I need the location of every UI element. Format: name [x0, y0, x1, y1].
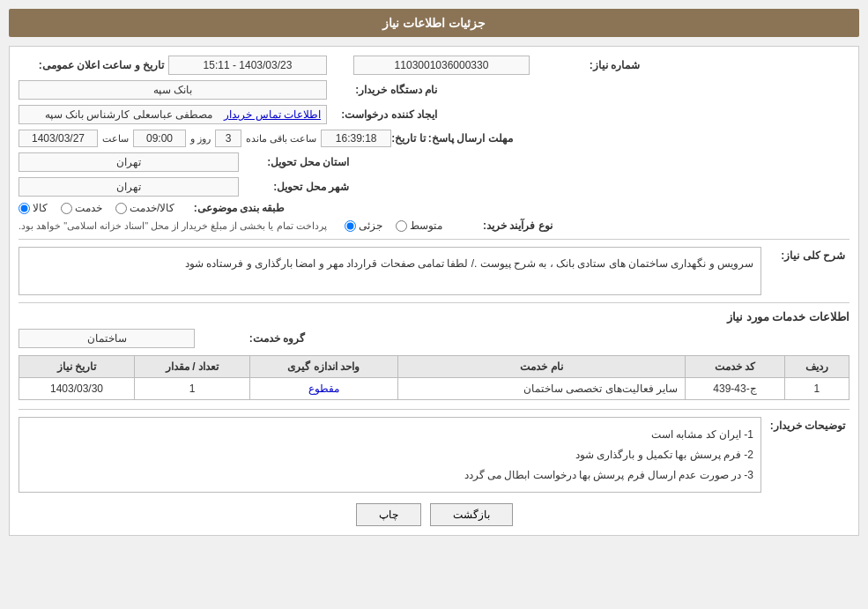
city-row: شهر محل تحویل: تهران: [19, 177, 849, 197]
col-unit: واحد اندازه گیری: [249, 356, 397, 378]
service-group-label: گروه خدمت:: [195, 332, 309, 345]
category-options: کالا/خدمت خدمت کالا: [19, 202, 174, 214]
category-row: طبقه بندی موضوعی: کالا/خدمت خدمت کالا: [19, 202, 849, 214]
need-number-label: شماره نیاز:: [530, 59, 644, 71]
buyer-org-label: نام دستگاه خریدار:: [327, 84, 441, 96]
creator-link[interactable]: اطلاعات تماس خریدار: [224, 108, 321, 121]
page-header: جزئیات اطلاعات نیاز: [9, 9, 859, 37]
creator-value: اطلاعات تماس خریدار مصطفی عباسعلی کارشنا…: [19, 105, 327, 124]
service-group-value: ساختمان: [19, 329, 195, 348]
need-number-row: شماره نیاز: 1103001036000330 1403/03/23 …: [19, 56, 849, 75]
description-value: سرویس و نگهداری ساختمان های ستادی بانک ،…: [19, 247, 761, 295]
purchase-type-label: نوع فرآیند خرید:: [442, 219, 557, 232]
category-label: طبقه بندی موضوعی:: [174, 202, 289, 214]
province-label: استان محل تحویل:: [239, 156, 353, 168]
buyer-org-value: بانک سپه: [19, 80, 327, 100]
print-button[interactable]: چاپ: [356, 503, 421, 526]
buyer-notes-section: توضیحات خریدار: 1- ایران کد مشابه است2- …: [19, 417, 849, 493]
col-code: کد خدمت: [686, 356, 785, 378]
buyer-notes-content: 1- ایران کد مشابه است2- فرم پرسش بها تکم…: [19, 417, 761, 493]
remaining-time-value: 16:39:18: [321, 130, 391, 147]
col-row: ردیف: [784, 356, 849, 378]
buyer-note-item: 3- در صورت عدم ارسال فرم پرسش بها درخواس…: [26, 465, 753, 486]
buttons-row: بازگشت چاپ: [19, 503, 849, 526]
description-label: شرح کلی نیاز:: [761, 247, 849, 262]
province-value: تهران: [19, 152, 239, 172]
services-title: اطلاعات خدمات مورد نیاز: [19, 310, 849, 323]
creator-label: ایجاد کننده درخواست:: [327, 108, 441, 121]
col-name: نام خدمت: [397, 356, 685, 378]
province-row: استان محل تحویل: تهران: [19, 152, 849, 172]
back-button[interactable]: بازگشت: [430, 503, 513, 526]
need-number-value: 1103001036000330: [353, 56, 530, 75]
page-title: جزئیات اطلاعات نیاز: [382, 16, 486, 30]
col-quantity: تعداد / مقدار: [135, 356, 250, 378]
col-date: تاریخ نیاز: [19, 356, 135, 378]
cell-row: 1: [784, 378, 849, 400]
cell-unit: مقطوع: [249, 378, 397, 400]
buyer-org-row: نام دستگاه خریدار: بانک سپه: [19, 80, 849, 100]
category-khedmat[interactable]: خدمت: [61, 202, 102, 214]
purchase-note: پرداخت تمام یا بخشی از مبلغ خریدار از مح…: [19, 220, 327, 232]
cell-date: 1403/03/30: [19, 378, 135, 400]
buyer-note-item: 2- فرم پرسش بها تکمیل و بارگذاری شود: [26, 445, 753, 465]
purchase-jozyi[interactable]: جزئی: [345, 219, 382, 232]
cell-code: ج-43-439: [686, 378, 785, 400]
city-value: تهران: [19, 177, 239, 197]
announcement-value: 1403/03/23 - 15:11: [168, 56, 327, 75]
category-kala[interactable]: کالا: [19, 202, 48, 214]
deadline-time-label: ساعت: [102, 133, 129, 145]
deadline-time-value: 09:00: [133, 130, 186, 147]
creator-row: ایجاد کننده درخواست: اطلاعات تماس خریدار…: [19, 105, 849, 124]
remaining-time-label: ساعت باقی مانده: [246, 133, 316, 145]
deadline-date-value: 1403/03/27: [19, 130, 98, 147]
category-kala-khedmat[interactable]: کالا/خدمت: [115, 202, 174, 214]
deadline-row: مهلت ارسال پاسخ: تا تاریخ: 16:39:18 ساعت…: [19, 130, 849, 147]
table-row: 1 ج-43-439 سایر فعالیت‌های تخصصی ساختمان…: [19, 378, 849, 400]
buyer-notes-label: توضیحات خریدار:: [761, 417, 849, 432]
cell-quantity: 1: [135, 378, 250, 400]
deadline-label: مهلت ارسال پاسخ: تا تاریخ:: [391, 132, 516, 145]
city-label: شهر محل تحویل:: [239, 181, 353, 193]
description-section: شرح کلی نیاز: سرویس و نگهداری ساختمان ها…: [19, 247, 849, 295]
cell-name: سایر فعالیت‌های تخصصی ساختمان: [397, 378, 685, 400]
service-group-row: گروه خدمت: ساختمان: [19, 329, 849, 348]
creator-name: مصطفی عباسعلی کارشناس بانک سپه: [45, 108, 212, 121]
purchase-motavasset[interactable]: متوسط: [396, 219, 442, 232]
purchase-type-row: نوع فرآیند خرید: متوسط جزئی پرداخت تمام …: [19, 219, 849, 232]
purchase-type-options: متوسط جزئی: [345, 219, 442, 232]
remaining-days-label: روز و: [190, 133, 211, 145]
buyer-note-item: 1- ایران کد مشابه است: [26, 425, 753, 445]
announcement-label: تاریخ و ساعت اعلان عمومی:: [19, 59, 168, 71]
remaining-days-value: 3: [215, 130, 241, 147]
services-table: ردیف کد خدمت نام خدمت واحد اندازه گیری ت…: [19, 355, 849, 400]
